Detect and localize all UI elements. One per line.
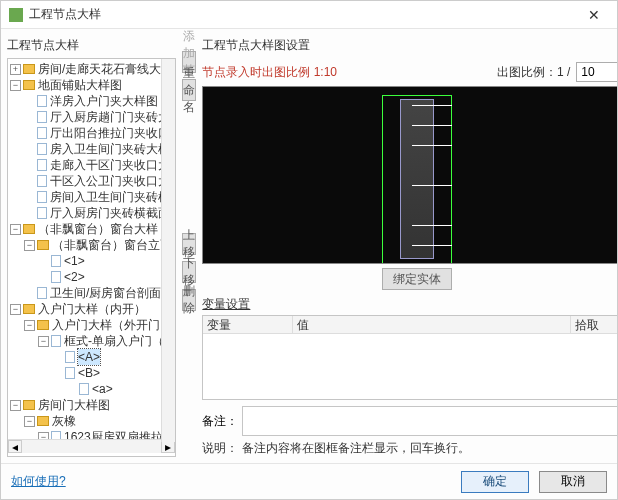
collapse-icon[interactable]: −	[10, 304, 21, 315]
file-icon	[37, 191, 47, 203]
tree-node[interactable]: −（非飘窗台）窗台大样	[10, 221, 173, 237]
output-ratio-select[interactable]: 10	[576, 62, 617, 82]
scroll-left-icon[interactable]: ◂	[8, 440, 22, 453]
file-icon	[51, 255, 61, 267]
variable-section-label: 变量设置	[202, 296, 617, 313]
collapse-icon[interactable]: −	[10, 400, 21, 411]
collapse-icon[interactable]: −	[24, 240, 35, 251]
collapse-icon[interactable]: −	[24, 416, 35, 427]
mid-buttons: 添加节点 重命名 上移 下移 删除	[182, 35, 196, 457]
folder-icon	[23, 400, 35, 410]
close-icon[interactable]: ✕	[579, 7, 609, 23]
tree-node[interactable]: 厅出阳台推拉门夹收口	[10, 125, 173, 141]
tree-node[interactable]: −1623厨房双扇推拉	[10, 429, 173, 439]
file-icon	[37, 111, 47, 123]
tree-node[interactable]: 卫生间/厨房窗台剖面大	[10, 285, 173, 301]
bind-row: 绑定实体	[202, 268, 617, 290]
ok-button[interactable]: 确定	[461, 471, 529, 493]
tree-node[interactable]: −地面铺贴大样图	[10, 77, 173, 93]
collapse-icon[interactable]: −	[24, 320, 35, 331]
tree-node[interactable]: −入户门大样（内开）	[10, 301, 173, 317]
tree-node[interactable]: −灰橡	[10, 413, 173, 429]
app-icon	[9, 8, 23, 22]
tree-node[interactable]: <a>	[10, 381, 173, 397]
desc-label: 说明：	[202, 441, 238, 455]
collapse-icon[interactable]: −	[10, 224, 21, 235]
output-ratio-label: 出图比例：1 /	[497, 64, 570, 81]
move-up-button[interactable]: 上移	[182, 233, 196, 255]
titlebar: 工程节点大样 ✕	[1, 1, 617, 29]
tree-node-label: 1623厨房双扇推拉	[64, 429, 163, 439]
remark-label: 备注：	[202, 413, 238, 430]
right-panel: 工程节点大样图设置 节点录入时出图比例 1:10 出图比例：1 / 10	[202, 35, 617, 457]
tree-node[interactable]: <2>	[10, 269, 173, 285]
tree-node[interactable]: −房间门大样图	[10, 397, 173, 413]
folder-icon	[23, 224, 35, 234]
help-link[interactable]: 如何使用?	[11, 473, 66, 490]
file-icon	[37, 207, 47, 219]
tree-node-label: <2>	[64, 269, 85, 285]
tree-node[interactable]: 房间入卫生间门夹砖横	[10, 189, 173, 205]
tree-node[interactable]: 干区入公卫门夹收口大	[10, 173, 173, 189]
tree-node[interactable]: <B>	[10, 365, 173, 381]
button-gap	[182, 107, 196, 227]
tree-hscrollbar[interactable]: ◂ ▸	[8, 439, 175, 453]
left-panel: 工程节点大样 +房间/走廊天花石膏线大−地面铺贴大样图洋房入户门夹大样图（厅入厨…	[7, 35, 176, 457]
folder-icon	[37, 240, 49, 250]
tree-node[interactable]: <A>	[10, 349, 173, 365]
tree-node-label: <1>	[64, 253, 85, 269]
tree-node-label: 干区入公卫门夹收口大	[50, 173, 170, 189]
folder-icon	[23, 64, 35, 74]
remark-row: 备注：	[202, 406, 617, 436]
description-row: 说明： 备注内容将在图框备注栏显示，回车换行。	[202, 440, 617, 457]
tree-node[interactable]: −框式-单扇入户门（	[10, 333, 173, 349]
file-icon	[51, 335, 61, 347]
tree-node-label: 房间/走廊天花石膏线大	[38, 61, 161, 77]
tree-node[interactable]: <1>	[10, 253, 173, 269]
tree-vscrollbar[interactable]	[161, 59, 175, 442]
tree-node-label: （非飘窗台）窗台大样	[38, 221, 158, 237]
tree-node[interactable]: 走廊入干区门夹收口大	[10, 157, 173, 173]
tree-node-label: 入户门大样（内开）	[38, 301, 146, 317]
tree-node-label: 走廊入干区门夹收口大	[50, 157, 170, 173]
tree-node[interactable]: 房入卫生间门夹砖大样	[10, 141, 173, 157]
footer: 如何使用? 确定 取消	[1, 463, 617, 499]
expand-icon[interactable]: +	[10, 64, 21, 75]
variable-table[interactable]: 变量 值 拾取	[202, 315, 617, 400]
delete-button[interactable]: 删除	[182, 289, 196, 311]
rename-button[interactable]: 重命名	[182, 79, 196, 101]
collapse-icon[interactable]: −	[38, 432, 49, 440]
folder-icon	[37, 416, 49, 426]
tree-node[interactable]: 厅入厨房门夹砖横截面	[10, 205, 173, 221]
tree-node[interactable]: −入户门大样（外开门）	[10, 317, 173, 333]
right-group-label: 工程节点大样图设置	[202, 35, 617, 56]
cancel-button[interactable]: 取消	[539, 471, 607, 493]
tree-node[interactable]: −（非飘窗台）窗台立面	[10, 237, 173, 253]
col-pick: 拾取	[571, 316, 617, 333]
move-down-button[interactable]: 下移	[182, 261, 196, 283]
tree-node-label: 洋房入户门夹大样图（	[50, 93, 170, 109]
file-icon	[37, 127, 47, 139]
folder-icon	[23, 80, 35, 90]
tree-node[interactable]: +房间/走廊天花石膏线大	[10, 61, 173, 77]
drawing-preview[interactable]	[202, 86, 617, 264]
tree-container[interactable]: +房间/走廊天花石膏线大−地面铺贴大样图洋房入户门夹大样图（厅入厨房趟门门夹砖大…	[7, 58, 176, 457]
scroll-track[interactable]	[22, 440, 161, 453]
bind-entity-button[interactable]: 绑定实体	[382, 268, 452, 290]
collapse-icon[interactable]: −	[38, 336, 49, 347]
collapse-icon[interactable]: −	[10, 80, 21, 91]
tree-node-label: （非飘窗台）窗台立面	[52, 237, 172, 253]
remark-input[interactable]	[242, 406, 617, 436]
tree-node[interactable]: 厅入厨房趟门门夹砖大	[10, 109, 173, 125]
file-icon	[79, 383, 89, 395]
tree: +房间/走廊天花石膏线大−地面铺贴大样图洋房入户门夹大样图（厅入厨房趟门门夹砖大…	[8, 59, 175, 439]
tree-node-label: 框式-单扇入户门（	[64, 333, 164, 349]
variable-table-header: 变量 值 拾取	[203, 316, 617, 334]
dialog-body: 工程节点大样 +房间/走廊天花石膏线大−地面铺贴大样图洋房入户门夹大样图（厅入厨…	[1, 29, 617, 463]
tree-node-label: 灰橡	[52, 413, 76, 429]
tree-node-label: <B>	[78, 365, 100, 381]
tree-node-label: 厅入厨房趟门门夹砖大	[50, 109, 170, 125]
file-icon	[37, 159, 47, 171]
import-ratio-label: 节点录入时出图比例 1:10	[202, 64, 337, 81]
tree-node[interactable]: 洋房入户门夹大样图（	[10, 93, 173, 109]
